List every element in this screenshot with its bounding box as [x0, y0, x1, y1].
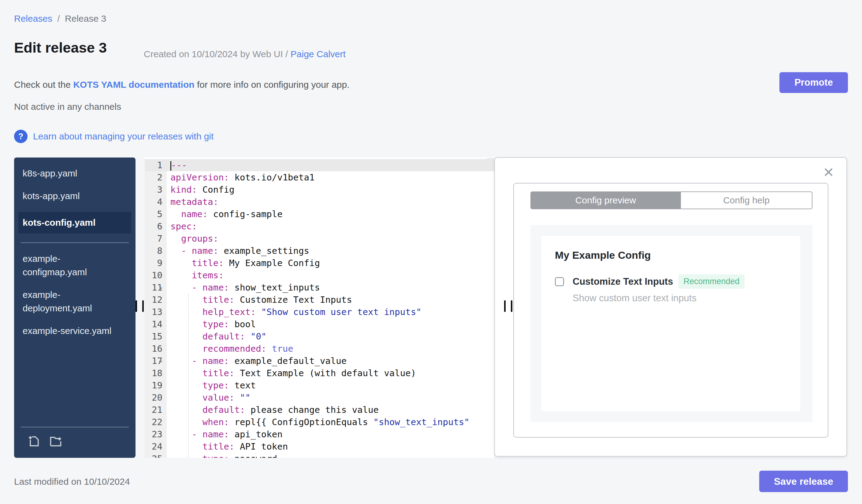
line-number: 11 [145, 281, 167, 294]
code-text: spec: [167, 220, 494, 233]
code-text: default: please change this value [167, 404, 494, 416]
code-text: type: password [167, 453, 494, 458]
fold-toggle-icon[interactable]: ▾ [159, 221, 163, 233]
code-text: - name: example_default_value [167, 355, 494, 367]
editor-line-10[interactable]: 10 items: [145, 269, 494, 281]
editor-line-23[interactable]: 23▾ - name: api_token [145, 428, 494, 440]
sidebar-actions-divider [21, 427, 129, 427]
created-text: Created on 10/10/2024 by Web UI / [144, 49, 291, 59]
code-text: title: Text Example (with default value) [167, 367, 494, 379]
docs-suffix: for more info on configuring your app. [195, 80, 350, 90]
line-number: 23 [145, 428, 167, 440]
channel-status: Not active in any channels [14, 102, 121, 112]
code-text: when: repl{{ ConfigOptionEquals "show_te… [167, 416, 494, 428]
fold-toggle-icon[interactable]: ▾ [159, 282, 163, 294]
sidebar-editor-resize-handle[interactable] [135, 300, 144, 313]
config-preview-panel: ✕ Config preview Config help My Example … [494, 157, 847, 456]
editor-line-25[interactable]: 25 type: password [145, 453, 494, 458]
config-preview-box: Config preview Config help My Example Co… [513, 183, 828, 438]
fold-toggle-icon[interactable]: ▾ [159, 196, 163, 209]
fold-toggle-icon[interactable]: ▾ [159, 355, 163, 368]
line-number: 24 [145, 440, 167, 453]
editor-line-20[interactable]: 20 value: "" [145, 392, 494, 404]
line-number: 1 [145, 159, 167, 171]
code-text: apiVersion: kots.io/v1beta1 [167, 171, 494, 184]
code-text: kind: Config [167, 184, 494, 196]
line-number: 22 [145, 416, 167, 428]
code-text: items: [167, 269, 494, 281]
line-number: 8 [145, 245, 167, 257]
editor-line-18[interactable]: 18 title: Text Example (with default val… [145, 367, 494, 379]
code-text: value: "" [167, 392, 494, 404]
code-text: - name: show_text_inputs [167, 281, 494, 294]
line-number: 5 [145, 208, 167, 220]
sidebar-file-example-configmap-yaml[interactable]: example-configmap.yaml [14, 252, 135, 279]
sidebar-actions [14, 427, 135, 458]
fold-toggle-icon[interactable]: ▾ [159, 245, 163, 257]
line-number: 20 [145, 392, 167, 404]
git-help-link[interactable]: ? Learn about managing your releases wit… [14, 130, 213, 143]
editor-line-1[interactable]: 1--- [145, 159, 494, 171]
line-number: 17 [145, 355, 167, 367]
editor-line-17[interactable]: 17▾ - name: example_default_value [145, 355, 494, 367]
editor-line-7[interactable]: 7 groups: [145, 233, 494, 245]
editor-line-21[interactable]: 21 default: please change this value [145, 404, 494, 416]
editor-line-2[interactable]: 2apiVersion: kots.io/v1beta1 [145, 171, 494, 184]
config-preview-body: My Example Config Customize Text Inputs … [531, 225, 812, 422]
line-number: 18 [145, 367, 167, 379]
save-release-button[interactable]: Save release [759, 471, 848, 492]
breadcrumb-releases-link[interactable]: Releases [14, 13, 52, 24]
editor-line-4[interactable]: 4▾metadata: [145, 196, 494, 208]
editor-line-12[interactable]: 12 title: Customize Text Inputs [145, 294, 494, 306]
new-file-icon[interactable] [27, 435, 41, 449]
close-icon[interactable]: ✕ [823, 164, 834, 180]
code-text: metadata: [167, 196, 494, 208]
config-item-row: Customize Text Inputs Recommended [555, 274, 745, 289]
breadcrumb: Releases / Release 3 [14, 13, 106, 24]
fold-toggle-icon[interactable]: ▾ [159, 429, 163, 441]
editor-line-9[interactable]: 9 title: My Example Config [145, 257, 494, 269]
config-card: My Example Config Customize Text Inputs … [541, 236, 800, 411]
line-number: 7 [145, 233, 167, 245]
editor-line-13[interactable]: 13 help_text: "Show custom user text inp… [145, 306, 494, 318]
tab-config-help[interactable]: Config help [681, 191, 812, 209]
editor-line-6[interactable]: 6▾spec: [145, 220, 494, 233]
line-number: 12 [145, 294, 167, 306]
tab-config-preview[interactable]: Config preview [531, 191, 681, 209]
line-number: 19 [145, 379, 167, 392]
sidebar-file-example-deployment-yaml[interactable]: example-deployment.yaml [14, 288, 135, 315]
editor-line-16[interactable]: 16 recommended: true [145, 343, 494, 355]
editor-line-15[interactable]: 15 default: "0" [145, 330, 494, 343]
editor-line-24[interactable]: 24 title: API token [145, 440, 494, 453]
promote-button[interactable]: Promote [780, 72, 848, 93]
editor-line-5[interactable]: 5 name: config-sample [145, 208, 494, 220]
customize-text-inputs-checkbox[interactable] [555, 277, 564, 286]
editor-line-22[interactable]: 22 when: repl{{ ConfigOptionEquals "show… [145, 416, 494, 428]
sidebar-file-k8s-app-yaml[interactable]: k8s-app.yaml [14, 167, 135, 180]
kots-yaml-docs-link[interactable]: KOTS YAML documentation [73, 80, 194, 90]
author-link[interactable]: Paige Calvert [291, 49, 346, 59]
recommended-badge: Recommended [678, 274, 744, 289]
config-group-title: My Example Config [555, 249, 651, 261]
editor-line-8[interactable]: 8▾ - name: example_settings [145, 245, 494, 257]
line-number: 25 [145, 453, 167, 458]
sidebar-file-example-service-yaml[interactable]: example-service.yaml [14, 324, 135, 337]
question-mark-icon: ? [14, 130, 27, 143]
sidebar-file-kots-app-yaml[interactable]: kots-app.yaml [14, 189, 135, 203]
editor-line-14[interactable]: 14 type: bool [145, 318, 494, 330]
file-list-bottom: example-configmap.yamlexample-deployment… [14, 252, 135, 337]
line-number: 2 [145, 171, 167, 184]
editor-preview-resize-handle[interactable] [504, 300, 513, 313]
yaml-code-editor[interactable]: 1---2apiVersion: kots.io/v1beta13kind: C… [145, 158, 494, 458]
editor-line-3[interactable]: 3kind: Config [145, 184, 494, 196]
new-folder-icon[interactable] [49, 435, 62, 449]
editor-line-19[interactable]: 19 type: text [145, 379, 494, 392]
code-text: title: Customize Text Inputs [167, 294, 494, 306]
sidebar-file-kots-config-yaml[interactable]: kots-config.yaml [18, 212, 131, 233]
indent-guide [188, 294, 189, 458]
breadcrumb-current: Release 3 [65, 13, 106, 24]
editor-line-11[interactable]: 11▾ - name: show_text_inputs [145, 281, 494, 294]
git-help-label: Learn about managing your releases with … [33, 131, 213, 142]
line-number: 3 [145, 184, 167, 196]
editor-scrollbar[interactable] [486, 158, 494, 170]
